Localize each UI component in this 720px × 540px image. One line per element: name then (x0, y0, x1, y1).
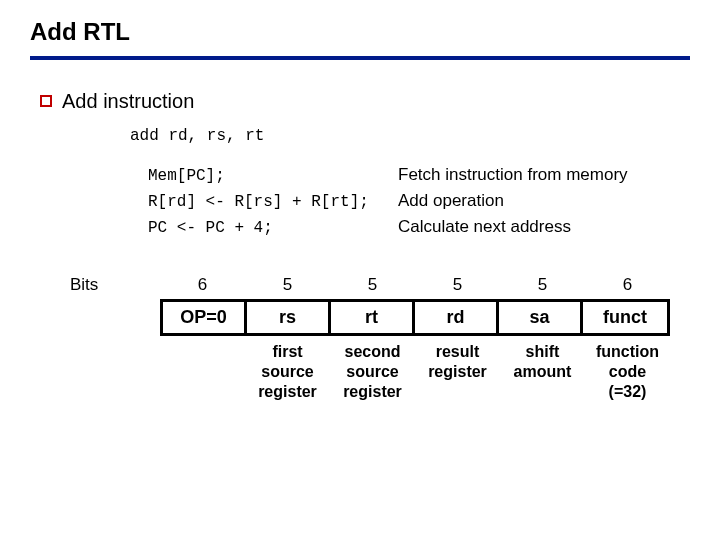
slide-title: Add RTL (30, 18, 690, 46)
bullet-icon (40, 95, 52, 107)
bits-cell: 5 (330, 271, 415, 299)
field-desc: resultregister (415, 342, 500, 382)
field-name: OP=0 (163, 302, 247, 333)
rtl-row: PC <- PC + 4; Calculate next address (148, 217, 690, 237)
instruction-syntax: add rd, rs, rt (130, 127, 690, 145)
rtl-code: R[rd] <- R[rs] + R[rt]; (148, 193, 398, 211)
rtl-row: R[rd] <- R[rs] + R[rt]; Add operation (148, 191, 690, 211)
bits-cell: 5 (500, 271, 585, 299)
rtl-row: Mem[PC]; Fetch instruction from memory (148, 165, 690, 185)
section-header: Add instruction (40, 90, 690, 113)
rtl-code: PC <- PC + 4; (148, 219, 398, 237)
desc-row: firstsourceregister secondsourceregister… (70, 342, 690, 402)
bits-cell: 5 (415, 271, 500, 299)
field-name: funct (583, 302, 667, 333)
field-name: rd (415, 302, 499, 333)
instruction-format: Bits 6 5 5 5 5 6 OP=0 rs rt rd sa funct … (70, 271, 690, 402)
field-desc: functioncode(=32) (585, 342, 670, 402)
field-name: sa (499, 302, 583, 333)
title-rule (30, 56, 690, 60)
field-name: rs (247, 302, 331, 333)
field-desc: shiftamount (500, 342, 585, 382)
fields-row: OP=0 rs rt rd sa funct (160, 299, 670, 336)
field-desc: secondsourceregister (330, 342, 415, 402)
bits-row: Bits 6 5 5 5 5 6 (70, 271, 690, 299)
bits-label: Bits (70, 275, 160, 295)
bits-cell: 6 (585, 271, 670, 299)
section-heading: Add instruction (62, 90, 194, 113)
rtl-block: Mem[PC]; Fetch instruction from memory R… (148, 165, 690, 237)
field-desc: firstsourceregister (245, 342, 330, 402)
field-name: rt (331, 302, 415, 333)
rtl-desc: Calculate next address (398, 217, 571, 237)
bits-cell: 6 (160, 271, 245, 299)
rtl-code: Mem[PC]; (148, 167, 398, 185)
bits-cell: 5 (245, 271, 330, 299)
rtl-desc: Fetch instruction from memory (398, 165, 628, 185)
rtl-desc: Add operation (398, 191, 504, 211)
